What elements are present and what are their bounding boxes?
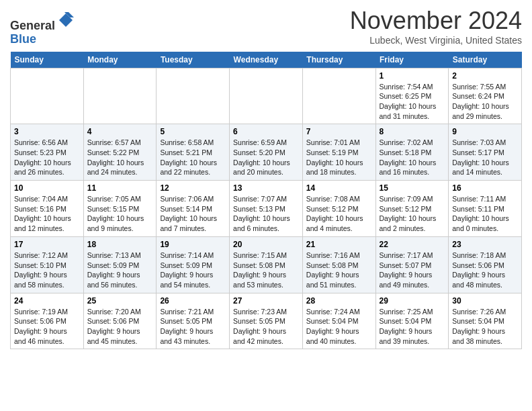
day-info: Sunrise: 6:57 AM Sunset: 5:22 PM Dayligh…	[87, 138, 153, 177]
day-info: Sunrise: 7:11 AM Sunset: 5:11 PM Dayligh…	[452, 194, 518, 234]
day-number: 10	[14, 183, 80, 193]
weekday-header-monday: Monday	[83, 52, 157, 68]
day-number: 12	[160, 183, 226, 193]
day-info: Sunrise: 7:13 AM Sunset: 5:09 PM Dayligh…	[87, 250, 153, 290]
calendar-cell: 23Sunrise: 7:18 AM Sunset: 5:06 PM Dayli…	[449, 236, 522, 293]
day-number: 15	[380, 183, 445, 193]
calendar-cell: 16Sunrise: 7:11 AM Sunset: 5:11 PM Dayli…	[449, 181, 522, 237]
day-number: 28	[306, 296, 372, 306]
day-number: 4	[87, 127, 153, 136]
day-number: 7	[306, 127, 372, 136]
calendar-cell: 17Sunrise: 7:12 AM Sunset: 5:10 PM Dayli…	[11, 236, 84, 293]
day-number: 27	[233, 296, 299, 306]
day-info: Sunrise: 7:15 AM Sunset: 5:08 PM Dayligh…	[233, 250, 299, 290]
calendar-cell: 8Sunrise: 7:02 AM Sunset: 5:18 PM Daylig…	[375, 124, 449, 181]
day-info: Sunrise: 7:18 AM Sunset: 5:06 PM Dayligh…	[452, 250, 518, 290]
day-number: 20	[233, 240, 299, 249]
calendar-cell	[302, 68, 375, 124]
day-info: Sunrise: 7:03 AM Sunset: 5:17 PM Dayligh…	[452, 138, 518, 177]
day-info: Sunrise: 6:56 AM Sunset: 5:23 PM Dayligh…	[14, 138, 80, 177]
day-number: 30	[452, 296, 518, 306]
calendar-week-row: 3Sunrise: 6:56 AM Sunset: 5:23 PM Daylig…	[11, 124, 522, 181]
calendar-cell: 28Sunrise: 7:24 AM Sunset: 5:04 PM Dayli…	[302, 293, 375, 349]
day-info: Sunrise: 7:05 AM Sunset: 5:15 PM Dayligh…	[87, 194, 153, 234]
day-info: Sunrise: 7:09 AM Sunset: 5:12 PM Dayligh…	[380, 194, 445, 234]
day-number: 6	[233, 127, 299, 136]
calendar-cell: 19Sunrise: 7:14 AM Sunset: 5:09 PM Dayli…	[157, 236, 230, 293]
day-number: 11	[87, 183, 153, 193]
calendar-body: 1Sunrise: 7:54 AM Sunset: 6:25 PM Daylig…	[11, 68, 522, 349]
calendar-cell	[230, 68, 303, 124]
day-info: Sunrise: 7:24 AM Sunset: 5:04 PM Dayligh…	[306, 307, 372, 347]
calendar-cell: 6Sunrise: 6:59 AM Sunset: 5:20 PM Daylig…	[230, 124, 303, 181]
calendar-cell: 29Sunrise: 7:25 AM Sunset: 5:04 PM Dayli…	[375, 293, 449, 349]
calendar-cell: 1Sunrise: 7:54 AM Sunset: 6:25 PM Daylig…	[375, 68, 449, 124]
day-info: Sunrise: 7:19 AM Sunset: 5:06 PM Dayligh…	[14, 307, 80, 347]
calendar-cell: 22Sunrise: 7:17 AM Sunset: 5:07 PM Dayli…	[375, 236, 449, 293]
day-number: 13	[233, 183, 299, 193]
day-info: Sunrise: 7:17 AM Sunset: 5:07 PM Dayligh…	[380, 250, 445, 290]
location: Lubeck, West Virginia, United States	[350, 35, 522, 46]
weekday-header-row: SundayMondayTuesdayWednesdayThursdayFrid…	[11, 52, 522, 68]
logo-icon	[56, 11, 75, 30]
day-info: Sunrise: 7:04 AM Sunset: 5:16 PM Dayligh…	[14, 194, 80, 234]
day-info: Sunrise: 7:23 AM Sunset: 5:05 PM Dayligh…	[233, 307, 299, 347]
calendar-cell: 7Sunrise: 7:01 AM Sunset: 5:19 PM Daylig…	[302, 124, 375, 181]
calendar-cell: 2Sunrise: 7:55 AM Sunset: 6:24 PM Daylig…	[449, 68, 522, 124]
day-number: 5	[160, 127, 226, 136]
day-number: 8	[380, 127, 445, 136]
day-number: 2	[452, 71, 518, 81]
weekday-header-saturday: Saturday	[449, 52, 522, 68]
day-info: Sunrise: 7:25 AM Sunset: 5:04 PM Dayligh…	[380, 307, 445, 347]
day-number: 26	[160, 296, 226, 306]
calendar-cell	[83, 68, 157, 124]
calendar-cell: 10Sunrise: 7:04 AM Sunset: 5:16 PM Dayli…	[11, 181, 84, 237]
day-number: 3	[14, 127, 80, 136]
calendar-week-row: 1Sunrise: 7:54 AM Sunset: 6:25 PM Daylig…	[11, 68, 522, 124]
calendar-cell	[11, 68, 84, 124]
calendar-cell: 27Sunrise: 7:23 AM Sunset: 5:05 PM Dayli…	[230, 293, 303, 349]
day-info: Sunrise: 7:55 AM Sunset: 6:24 PM Dayligh…	[452, 82, 518, 122]
day-info: Sunrise: 7:06 AM Sunset: 5:14 PM Dayligh…	[160, 194, 226, 234]
calendar-week-row: 17Sunrise: 7:12 AM Sunset: 5:10 PM Dayli…	[11, 236, 522, 293]
day-info: Sunrise: 7:14 AM Sunset: 5:09 PM Dayligh…	[160, 250, 226, 290]
weekday-header-tuesday: Tuesday	[157, 52, 230, 68]
weekday-header-thursday: Thursday	[302, 52, 375, 68]
day-info: Sunrise: 7:16 AM Sunset: 5:08 PM Dayligh…	[306, 250, 372, 290]
day-number: 23	[452, 240, 518, 249]
day-number: 1	[380, 71, 445, 81]
calendar-cell	[157, 68, 230, 124]
calendar-cell: 11Sunrise: 7:05 AM Sunset: 5:15 PM Dayli…	[83, 181, 157, 237]
day-number: 17	[14, 240, 80, 249]
day-number: 16	[452, 183, 518, 193]
day-number: 22	[380, 240, 445, 249]
title-block: November 2024 Lubeck, West Virginia, Uni…	[350, 7, 522, 46]
day-number: 18	[87, 240, 153, 249]
weekday-header-sunday: Sunday	[11, 52, 84, 68]
calendar-cell: 9Sunrise: 7:03 AM Sunset: 5:17 PM Daylig…	[449, 124, 522, 181]
day-info: Sunrise: 7:54 AM Sunset: 6:25 PM Dayligh…	[380, 82, 445, 122]
day-info: Sunrise: 7:02 AM Sunset: 5:18 PM Dayligh…	[380, 138, 445, 177]
calendar-cell: 24Sunrise: 7:19 AM Sunset: 5:06 PM Dayli…	[11, 293, 84, 349]
calendar-cell: 20Sunrise: 7:15 AM Sunset: 5:08 PM Dayli…	[230, 236, 303, 293]
day-info: Sunrise: 7:12 AM Sunset: 5:10 PM Dayligh…	[14, 250, 80, 290]
calendar-cell: 30Sunrise: 7:26 AM Sunset: 5:04 PM Dayli…	[449, 293, 522, 349]
calendar-cell: 21Sunrise: 7:16 AM Sunset: 5:08 PM Dayli…	[302, 236, 375, 293]
day-info: Sunrise: 7:26 AM Sunset: 5:04 PM Dayligh…	[452, 307, 518, 347]
calendar-cell: 25Sunrise: 7:20 AM Sunset: 5:06 PM Dayli…	[83, 293, 157, 349]
calendar-cell: 13Sunrise: 7:07 AM Sunset: 5:13 PM Dayli…	[230, 181, 303, 237]
day-number: 24	[14, 296, 80, 306]
day-info: Sunrise: 7:01 AM Sunset: 5:19 PM Dayligh…	[306, 138, 372, 177]
calendar-cell: 18Sunrise: 7:13 AM Sunset: 5:09 PM Dayli…	[83, 236, 157, 293]
day-info: Sunrise: 6:59 AM Sunset: 5:20 PM Dayligh…	[233, 138, 299, 177]
day-number: 14	[306, 183, 372, 193]
day-info: Sunrise: 7:21 AM Sunset: 5:05 PM Dayligh…	[160, 307, 226, 347]
day-info: Sunrise: 7:08 AM Sunset: 5:12 PM Dayligh…	[306, 194, 372, 234]
day-number: 29	[380, 296, 445, 306]
day-info: Sunrise: 7:20 AM Sunset: 5:06 PM Dayligh…	[87, 307, 153, 347]
logo-blue: Blue	[10, 33, 75, 46]
calendar-week-row: 10Sunrise: 7:04 AM Sunset: 5:16 PM Dayli…	[11, 181, 522, 237]
calendar-cell: 15Sunrise: 7:09 AM Sunset: 5:12 PM Dayli…	[375, 181, 449, 237]
calendar-cell: 12Sunrise: 7:06 AM Sunset: 5:14 PM Dayli…	[157, 181, 230, 237]
day-info: Sunrise: 6:58 AM Sunset: 5:21 PM Dayligh…	[160, 138, 226, 177]
